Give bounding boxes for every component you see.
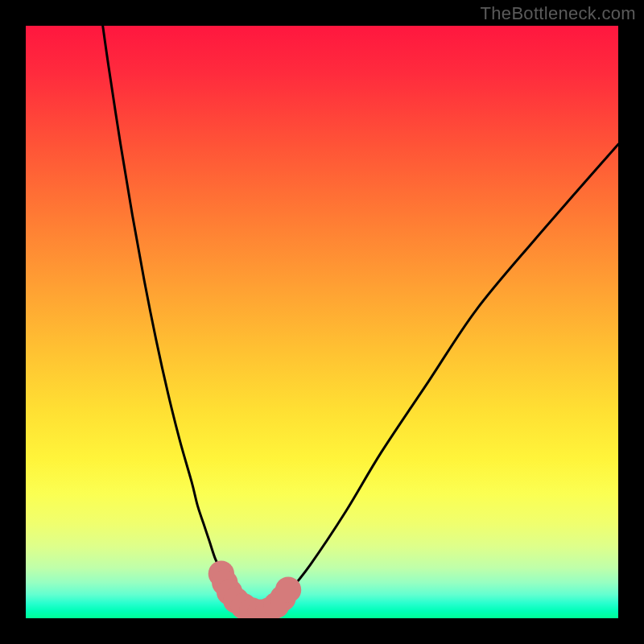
watermark-text: TheBottleneck.com [481,3,636,24]
chart-frame: TheBottleneck.com [0,0,644,644]
plot-area [26,26,618,618]
marker-dot [275,576,301,602]
minimum-markers [208,561,302,618]
chart-svg [26,26,618,618]
curve-line [103,26,618,613]
